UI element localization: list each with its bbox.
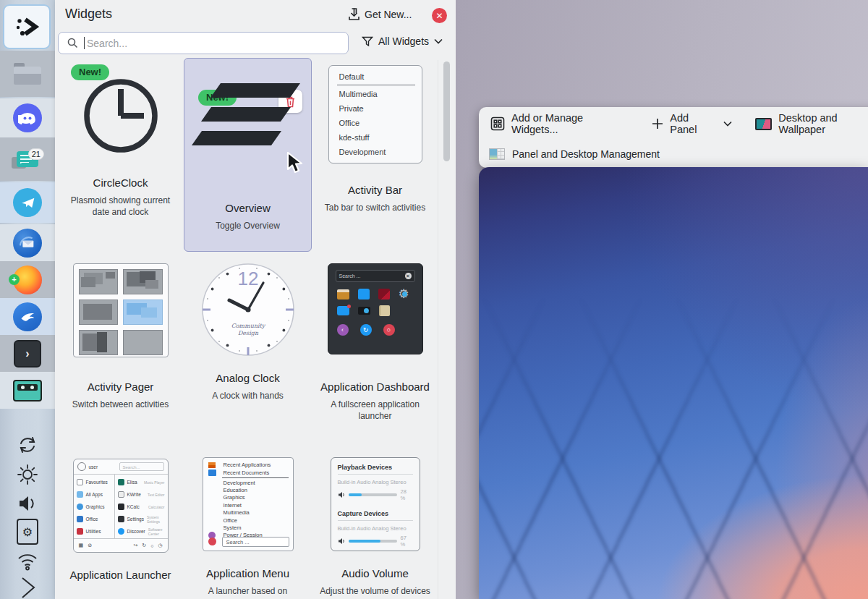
widget-description: Adjust the volume of devices and applica… bbox=[311, 585, 439, 599]
widget-description: A fullscreen application launcher bbox=[311, 399, 439, 422]
speaker-icon bbox=[16, 493, 39, 514]
mouse-cursor bbox=[286, 152, 305, 175]
folder-icon bbox=[14, 63, 41, 85]
search-box[interactable] bbox=[58, 32, 349, 54]
playback-slider bbox=[349, 493, 397, 496]
get-new-button[interactable]: Get New... bbox=[349, 8, 412, 20]
menu-search-field: Search ... bbox=[222, 537, 289, 547]
close-button[interactable]: ✕ bbox=[432, 8, 447, 23]
chevron-down-icon bbox=[434, 38, 443, 44]
hide-icon: ⊘ bbox=[88, 543, 92, 548]
category-item: Favourites bbox=[74, 476, 114, 488]
widget-card-application-launcher[interactable]: user Search... Favourites All Apps Graph… bbox=[56, 454, 184, 582]
app-icon-toggle bbox=[358, 307, 370, 315]
refresh-icon bbox=[17, 434, 38, 456]
tray-wifi[interactable] bbox=[0, 547, 55, 574]
playback-device: Build-in Audio Analog Stereo bbox=[338, 479, 413, 485]
taskbar-item-chat-app[interactable]: 21 bbox=[0, 137, 55, 181]
taskbar-item-kde-launcher[interactable] bbox=[3, 4, 51, 49]
capture-header: Capture Devices bbox=[338, 510, 413, 521]
funnel-icon bbox=[362, 36, 373, 47]
close-icon: ✕ bbox=[435, 11, 443, 21]
power-icon: ○ bbox=[383, 324, 395, 336]
overview-icon bbox=[194, 83, 302, 150]
category-item: All Apps bbox=[74, 488, 114, 501]
phone-gear-icon: ⚙ bbox=[17, 519, 38, 545]
restart-icon: ↻ bbox=[142, 543, 146, 548]
shutdown-icon: ○ bbox=[150, 543, 153, 548]
chevron-right-icon bbox=[17, 575, 38, 598]
widget-title: Analog Clock bbox=[184, 370, 312, 386]
activity-item: Multimedia bbox=[329, 87, 422, 101]
widget-card-audio-volume[interactable]: Playback Devices Build-in Audio Analog S… bbox=[311, 454, 439, 599]
desktop: Add or Manage Widgets... Add Panel Deskt… bbox=[456, 0, 868, 599]
desktop-preview-window bbox=[479, 167, 868, 599]
taskbar-item-thunderbird[interactable] bbox=[0, 224, 55, 261]
widget-card-activity-pager[interactable]: Activity Pager Switch between activities bbox=[56, 255, 184, 410]
grid-icon: ▦ bbox=[79, 543, 84, 548]
chevron-down-icon bbox=[723, 121, 732, 127]
taskbar-item-file-manager[interactable] bbox=[0, 51, 55, 97]
activity-item: kde-stuff bbox=[329, 130, 422, 145]
add-widgets-button[interactable]: Add or Manage Widgets... bbox=[511, 112, 629, 135]
app-icon-folder bbox=[337, 289, 349, 300]
app-icon-settings-gear: ⚙ bbox=[399, 289, 409, 300]
capture-device: Build-in Audio Analog Stereo bbox=[338, 525, 413, 532]
taskbar-item-telegram[interactable] bbox=[0, 182, 55, 223]
widget-title: Application Dashboard bbox=[311, 379, 439, 394]
analog-clock-preview: 12 bbox=[199, 259, 297, 360]
widget-title: Application Menu bbox=[184, 566, 312, 581]
taskbar-item-discord[interactable] bbox=[0, 98, 55, 137]
search-input[interactable] bbox=[85, 37, 327, 50]
panel-management-icon bbox=[489, 148, 505, 160]
activity-pager-preview bbox=[73, 263, 169, 357]
taskbar-item-bird-browser[interactable] bbox=[0, 298, 55, 335]
scrollbar-thumb[interactable] bbox=[443, 61, 450, 161]
widget-card-application-dashboard[interactable]: Search ... ✕ ⚙ ‹ bbox=[311, 255, 439, 422]
search-icon bbox=[67, 38, 78, 48]
category-item: Utilities bbox=[74, 525, 114, 538]
panel-management-label: Panel and Desktop Management bbox=[512, 148, 660, 160]
add-panel-button[interactable]: Add Panel bbox=[670, 112, 717, 135]
discord-icon bbox=[13, 103, 42, 132]
widget-card-analog-clock[interactable]: 12 bbox=[184, 255, 312, 402]
widget-card-circleclock[interactable]: New! CircleClock Plasmoid showing curren… bbox=[56, 58, 184, 218]
app-item: ElisaMusic Player bbox=[115, 476, 168, 488]
tray-volume[interactable] bbox=[0, 490, 55, 517]
menu-item: Office bbox=[203, 517, 293, 524]
app-icon-krita bbox=[378, 289, 390, 300]
widget-explorer-panel: Widgets Get New... ✕ bbox=[55, 0, 456, 599]
widget-description: Toggle Overview bbox=[184, 220, 311, 231]
desktop-wallpaper-button[interactable]: Desktop and Wallpaper bbox=[778, 112, 868, 135]
application-launcher-preview: user Search... Favourites All Apps Graph… bbox=[73, 459, 169, 553]
application-dashboard-preview: Search ... ✕ ⚙ ‹ bbox=[328, 263, 423, 354]
taskbar-item-cassette-player[interactable] bbox=[0, 372, 55, 409]
unread-count-badge: 21 bbox=[28, 148, 44, 160]
taskbar-item-terminal[interactable]: › bbox=[0, 335, 55, 372]
svg-text:12: 12 bbox=[237, 268, 258, 289]
widgets-board-icon bbox=[490, 116, 505, 131]
taskbar-item-firefox[interactable]: + bbox=[0, 261, 55, 298]
filter-dropdown[interactable]: All Widgets bbox=[362, 35, 443, 47]
activity-item: Default bbox=[329, 69, 422, 84]
widget-card-application-menu[interactable]: Recent Applications Recent Documents Dev… bbox=[184, 454, 312, 599]
wifi-icon bbox=[15, 550, 40, 572]
get-new-label: Get New... bbox=[365, 9, 412, 20]
tray-brightness[interactable] bbox=[0, 462, 55, 488]
audio-volume-preview: Playback Devices Build-in Audio Analog S… bbox=[331, 457, 420, 551]
speaker-icon bbox=[338, 491, 345, 498]
widget-title: Activity Bar bbox=[311, 182, 439, 197]
widget-title: Application Launcher bbox=[56, 567, 184, 582]
widget-description: A launcher based on cascading popup menu… bbox=[184, 585, 312, 599]
taskbar: 21 + bbox=[0, 0, 56, 599]
plus-icon bbox=[652, 118, 663, 129]
menu-search-icon bbox=[208, 538, 216, 545]
clock-brand-line2: Design bbox=[237, 330, 258, 336]
tray-kdeconnect[interactable]: ⚙ bbox=[0, 518, 55, 545]
widget-card-activity-bar[interactable]: Default Multimedia Private Office kde-st… bbox=[311, 58, 439, 213]
tray-expand[interactable] bbox=[0, 574, 55, 599]
activity-item: Office bbox=[329, 116, 422, 130]
widget-title: Activity Pager bbox=[56, 379, 184, 394]
widget-description: Plasmoid showing current date and clock bbox=[56, 195, 184, 218]
tray-refresh[interactable] bbox=[0, 433, 55, 457]
